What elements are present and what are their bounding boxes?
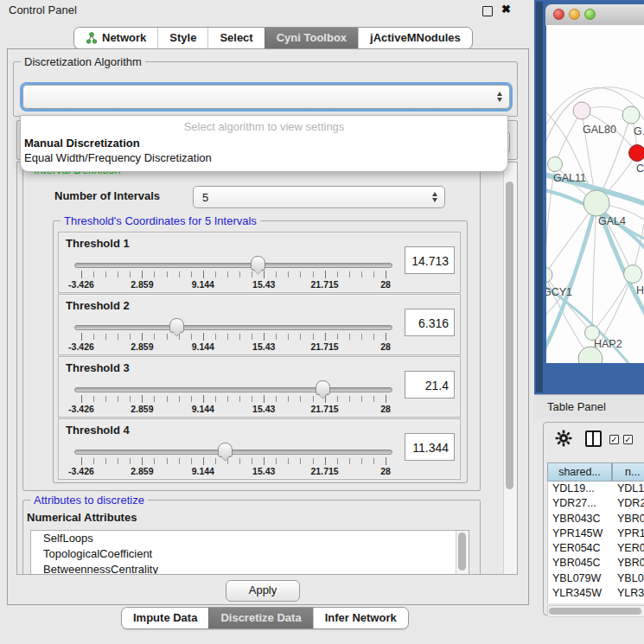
network-node[interactable] <box>622 106 640 124</box>
tick-label: -3.426 <box>68 404 94 414</box>
table-panel-body: ✓ ✓ shared... n... YDL19...YDL1... YDR27… <box>543 422 644 615</box>
tick-label: 2.859 <box>131 466 153 476</box>
tick-label: 15.43 <box>252 466 275 476</box>
algorithm-dropdown-popup: Select algorithm to view settings Manual… <box>20 115 508 172</box>
tab-network[interactable]: Network <box>74 28 157 48</box>
tick-label: 9.144 <box>192 466 214 476</box>
slider-thumb[interactable] <box>251 256 265 271</box>
table-row[interactable]: YPR145WYPR1... <box>548 526 644 541</box>
settings-vertical-scrollbar[interactable] <box>503 163 517 574</box>
slider-thumb[interactable] <box>218 443 233 457</box>
network-view-window[interactable]: GAL80 G. GAL11 C GAL4 GCY1 H HAP2 <box>534 0 644 394</box>
tab-cyni-toolbox[interactable]: Cyni Toolbox <box>265 28 358 48</box>
close-traffic-light[interactable] <box>553 9 564 20</box>
node-label: H <box>636 284 644 296</box>
tick-label: 2.859 <box>131 341 153 352</box>
table-row[interactable]: YIL052CYIL0... <box>548 601 644 603</box>
column-header-shared-name[interactable]: shared... <box>547 462 612 481</box>
gear-icon[interactable] <box>555 430 572 447</box>
minimize-traffic-light[interactable] <box>569 9 580 20</box>
scrollbar-thumb[interactable] <box>549 608 641 615</box>
table-row[interactable]: YDR27...YDR2... <box>548 496 644 511</box>
tick-label: -3.426 <box>68 341 94 352</box>
table-row[interactable]: YBL079WYBL0... <box>548 571 644 586</box>
tab-select[interactable]: Select <box>207 28 264 48</box>
column-header-name[interactable]: n... <box>612 462 644 481</box>
network-graph[interactable]: GAL80 G. GAL11 C GAL4 GCY1 H HAP2 <box>546 25 644 363</box>
apply-button[interactable]: Apply <box>226 580 300 602</box>
threshold-4-slider[interactable]: -3.426 2.859 9.144 15.43 21.715 28 <box>74 438 392 476</box>
select-all-checkbox-icon[interactable]: ✓ <box>609 435 619 444</box>
list-item[interactable]: TopologicalCoefficient <box>31 546 469 562</box>
table-row[interactable]: YBR043CYBR0... <box>548 512 644 526</box>
popup-option-equal-width[interactable]: Equal Width/Frequency Discretization <box>22 150 506 165</box>
tick-label: 9.144 <box>192 404 214 414</box>
network-tab-icon <box>86 32 98 44</box>
screenshot-root: Control Panel ✖ Network Style Select <box>0 0 644 644</box>
numerical-attributes-label: Numerical Attributes <box>27 511 137 524</box>
scrollbar-thumb[interactable] <box>458 532 466 571</box>
threshold-4-label: Threshold 4 <box>66 424 130 437</box>
threshold-3-slider[interactable]: -3.426 2.859 9.144 15.43 21.715 28 <box>74 376 392 414</box>
node-label: GAL4 <box>598 215 626 227</box>
threshold-4-value-field[interactable]: 11.344 <box>405 433 455 461</box>
node-label: HAP2 <box>594 338 622 350</box>
threshold-1-panel: Threshold 1 -3.426 2.859 9.144 15.43 <box>58 232 461 293</box>
discretization-algorithm-group: Discretization Algorithm <box>13 61 518 117</box>
network-node[interactable] <box>548 157 563 172</box>
close-icon[interactable]: ✖ <box>501 3 511 16</box>
network-node-selected-red[interactable] <box>629 145 644 162</box>
algorithm-combo[interactable] <box>22 85 510 109</box>
threshold-3-value-field[interactable]: 21.4 <box>405 371 455 399</box>
slider-thumb[interactable] <box>316 380 330 395</box>
node-label: GAL80 <box>583 124 616 136</box>
table-horizontal-scrollbar[interactable] <box>547 605 644 617</box>
tab-impute-data[interactable]: Impute Data <box>122 608 208 628</box>
node-label: GAL11 <box>553 172 586 184</box>
slider-thumb[interactable] <box>169 318 184 333</box>
list-item[interactable]: SelfLoops <box>31 531 469 546</box>
attributes-list-scrollbar[interactable] <box>456 531 469 575</box>
tab-infer-network[interactable]: Infer Network <box>313 608 408 628</box>
network-canvas[interactable]: GAL80 G. GAL11 C GAL4 GCY1 H HAP2 <box>546 25 644 363</box>
zoom-traffic-light[interactable] <box>584 9 596 20</box>
threshold-2-slider[interactable]: -3.426 2.859 9.144 15.43 21.715 28 <box>74 314 392 352</box>
tab-discretize-data[interactable]: Discretize Data <box>208 608 312 628</box>
network-window-titlebar[interactable] <box>545 4 644 26</box>
table-row[interactable]: YDL19...YDL1... <box>548 481 644 496</box>
threshold-1-value-field[interactable]: 14.713 <box>405 246 455 274</box>
select-none-checkbox-icon[interactable]: ✓ <box>623 435 633 444</box>
threshold-3-panel: Threshold 3 -3.426 2.859 9.144 15.43 <box>58 356 461 418</box>
network-node[interactable] <box>546 267 552 283</box>
threshold-2-panel: Threshold 2 -3.426 2.859 9.144 15.43 <box>58 294 461 355</box>
tab-jactivemnodules[interactable]: jActiveMNodules <box>358 28 472 48</box>
threshold-2-value-field[interactable]: 6.316 <box>405 309 455 336</box>
table-row[interactable]: YER054CYER0... <box>548 541 644 556</box>
scrollbar-thumb[interactable] <box>506 182 513 489</box>
tick-label: 9.144 <box>192 341 214 352</box>
tick-label: 9.144 <box>192 279 214 290</box>
tick-label: 21.715 <box>311 341 339 352</box>
tick-label: 2.859 <box>131 404 153 414</box>
node-label: GCY1 <box>546 286 572 298</box>
tick-label: -3.426 <box>68 279 94 290</box>
threshold-1-slider[interactable]: -3.426 2.859 9.144 15.43 21.715 28 <box>74 252 392 290</box>
settings-scrollpane: Interval Definition Number of Intervals … <box>16 162 518 575</box>
network-node[interactable] <box>573 102 590 119</box>
network-node[interactable] <box>583 190 609 216</box>
network-node[interactable] <box>624 265 642 284</box>
show-columns-icon[interactable] <box>585 430 602 447</box>
popup-option-manual[interactable]: Manual Discretization <box>22 136 506 150</box>
num-intervals-combo[interactable]: 5 <box>193 186 445 208</box>
cyni-toolbox-content: Discretization Algorithm Select algorith… <box>7 48 529 605</box>
tab-network-label: Network <box>102 28 146 48</box>
float-window-icon[interactable] <box>482 6 493 16</box>
window-frame-shadow <box>536 2 543 392</box>
top-tab-bar: Network Style Select Cyni Toolbox jActiv… <box>73 27 473 49</box>
list-item[interactable]: BetweennessCentrality <box>31 562 469 575</box>
num-intervals-value: 5 <box>202 191 208 204</box>
tab-style[interactable]: Style <box>157 28 207 48</box>
table-row[interactable]: YBR045CYBR0... <box>548 556 644 571</box>
threshold-4-panel: Threshold 4 -3.426 2.859 9.144 15.43 <box>58 418 461 480</box>
table-row[interactable]: YLR345WYLR3... <box>548 586 644 601</box>
